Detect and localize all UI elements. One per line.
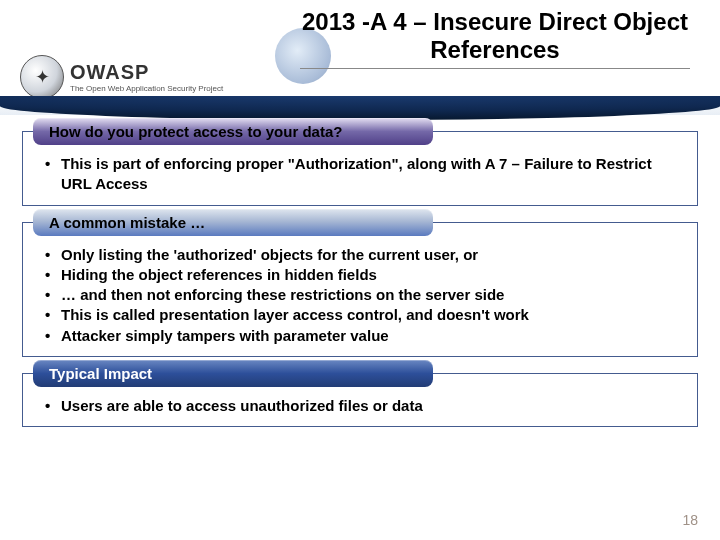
bullet-list: This is part of enforcing proper "Author… <box>39 154 681 195</box>
bullet-item: Hiding the object references in hidden f… <box>45 265 681 285</box>
slide-header: 2013 -A 4 – Insecure Direct Object Refer… <box>0 0 720 115</box>
owasp-logo-icon <box>20 55 64 99</box>
page-number: 18 <box>682 512 698 528</box>
logo-name: OWASP <box>70 61 223 84</box>
title-underline <box>300 68 690 69</box>
bullet-item: This is called presentation layer access… <box>45 305 681 325</box>
bullet-list: Users are able to access unauthorized fi… <box>39 396 681 416</box>
bullet-list: Only listing the 'authorized' objects fo… <box>39 245 681 346</box>
bullet-item: Attacker simply tampers with parameter v… <box>45 326 681 346</box>
owasp-logo: OWASP The Open Web Application Security … <box>20 55 223 99</box>
section-common-mistake: A common mistake … Only listing the 'aut… <box>22 222 698 357</box>
logo-tagline: The Open Web Application Security Projec… <box>70 84 223 93</box>
bullet-item: This is part of enforcing proper "Author… <box>45 154 681 195</box>
slide-content: How do you protect access to your data? … <box>0 115 720 427</box>
section-label: A common mistake … <box>33 209 433 236</box>
section-typical-impact: Typical Impact Users are able to access … <box>22 373 698 427</box>
section-label: How do you protect access to your data? <box>33 118 433 145</box>
bullet-item: … and then not enforcing these restricti… <box>45 285 681 305</box>
bullet-item: Only listing the 'authorized' objects fo… <box>45 245 681 265</box>
section-label: Typical Impact <box>33 360 433 387</box>
bullet-item: Users are able to access unauthorized fi… <box>45 396 681 416</box>
slide-title: 2013 -A 4 – Insecure Direct Object Refer… <box>300 8 690 63</box>
section-protect-data: How do you protect access to your data? … <box>22 131 698 206</box>
